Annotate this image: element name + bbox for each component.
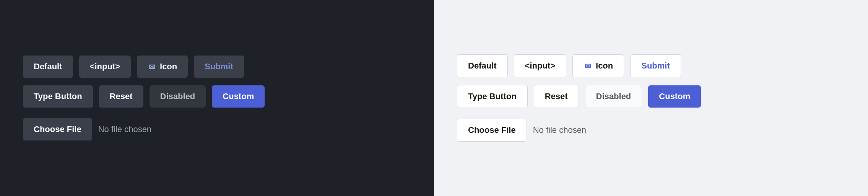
dark-reset-button[interactable]: Reset (99, 85, 143, 108)
light-default-label: Default (468, 61, 497, 70)
dark-typebutton-label: Type Button (34, 91, 82, 101)
light-typebutton-label: Type Button (468, 91, 517, 101)
light-typebutton-button[interactable]: Type Button (457, 85, 528, 108)
dark-reset-label: Reset (110, 91, 133, 101)
dark-row-2: Type Button Reset Disabled Custom (23, 85, 265, 108)
dark-choose-file-label: Choose File (34, 124, 81, 134)
dark-icon-label: Icon (160, 62, 177, 72)
light-custom-button[interactable]: Custom (648, 85, 701, 108)
light-panel: Default <input> ✉ Icon Submit Type Butto… (434, 0, 868, 196)
dark-submit-label: Submit (205, 62, 233, 71)
light-reset-button[interactable]: Reset (534, 85, 579, 108)
dark-input-label: <input> (90, 62, 120, 71)
dark-disabled-button[interactable]: Disabled (150, 85, 206, 108)
light-reset-label: Reset (545, 91, 568, 101)
dark-panel: Default <input> ✉ Icon Submit Type Butto… (0, 0, 434, 196)
dark-disabled-label: Disabled (160, 91, 195, 101)
light-default-button[interactable]: Default (457, 54, 508, 77)
dark-input-button[interactable]: <input> (79, 56, 131, 78)
dark-default-button[interactable]: Default (23, 56, 73, 78)
light-submit-label: Submit (641, 61, 670, 70)
dark-custom-label: Custom (223, 91, 254, 101)
light-file-row: Choose File No file chosen (457, 119, 586, 142)
light-no-file-label: No file chosen (533, 125, 586, 135)
dark-file-row: Choose File No file chosen (23, 118, 151, 140)
dark-no-file-label: No file chosen (98, 124, 151, 134)
light-submit-button[interactable]: Submit (630, 54, 681, 77)
light-custom-label: Custom (659, 91, 690, 101)
light-icon-button[interactable]: ✉ Icon (572, 54, 624, 77)
light-icon-label: Icon (596, 61, 613, 71)
light-input-button[interactable]: <input> (514, 54, 566, 77)
dark-submit-button[interactable]: Submit (194, 56, 244, 78)
dark-row-1: Default <input> ✉ Icon Submit (23, 56, 244, 78)
light-row-1: Default <input> ✉ Icon Submit (457, 54, 681, 77)
light-disabled-button[interactable]: Disabled (585, 85, 642, 108)
dark-typebutton-button[interactable]: Type Button (23, 85, 93, 108)
light-input-label: <input> (525, 61, 555, 70)
envelope-icon: ✉ (148, 62, 156, 71)
dark-icon-button[interactable]: ✉ Icon (137, 56, 188, 78)
dark-default-label: Default (34, 62, 62, 71)
light-choose-file-label: Choose File (468, 125, 516, 135)
envelope-icon-light: ✉ (584, 62, 592, 70)
light-disabled-label: Disabled (596, 91, 631, 101)
light-row-2: Type Button Reset Disabled Custom (457, 85, 701, 108)
light-choose-file-button[interactable]: Choose File (457, 119, 527, 142)
dark-custom-button[interactable]: Custom (212, 85, 265, 108)
dark-choose-file-button[interactable]: Choose File (23, 118, 92, 140)
